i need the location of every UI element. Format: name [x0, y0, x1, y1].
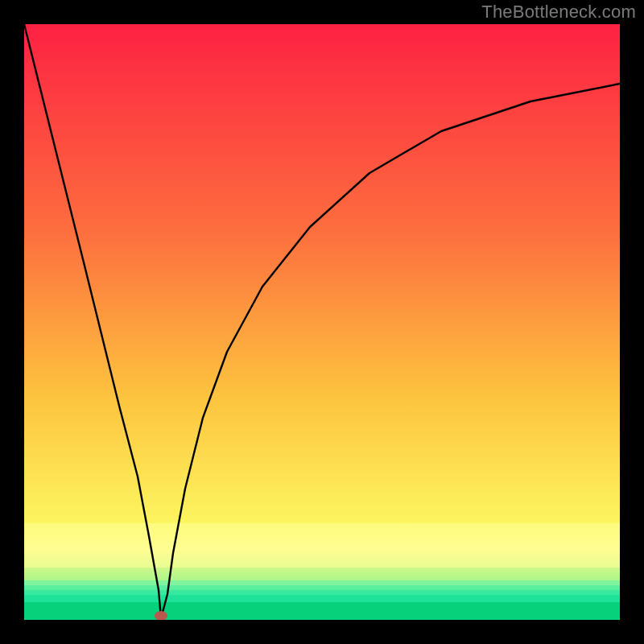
svg-rect-2 — [24, 590, 620, 595]
bottleneck-chart — [24, 24, 620, 620]
svg-rect-1 — [24, 585, 620, 590]
green-stripes — [24, 580, 620, 620]
svg-rect-4 — [24, 602, 620, 620]
svg-rect-0 — [24, 580, 620, 585]
yellow-band — [24, 523, 620, 568]
chart-frame: TheBottleneck.com — [0, 0, 644, 644]
svg-rect-3 — [24, 595, 620, 602]
watermark-text: TheBottleneck.com — [481, 2, 636, 23]
